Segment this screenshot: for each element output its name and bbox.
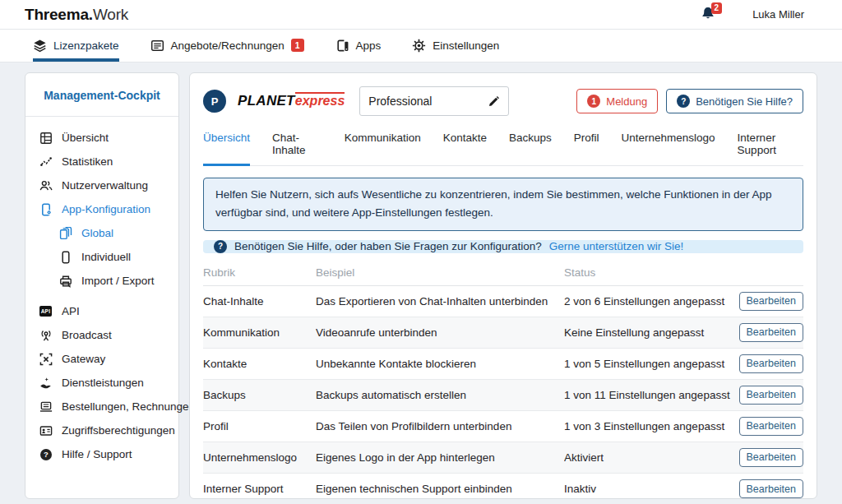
bearbeiten-button[interactable]: Bearbeiten xyxy=(739,292,803,311)
stats-icon xyxy=(39,155,53,169)
notification-badge: 2 xyxy=(711,2,723,14)
sidebar-item-zugriffsberechtigungen[interactable]: Zugriffsberechtigungen xyxy=(39,418,178,442)
phone-gear-icon xyxy=(39,202,53,216)
grid-icon xyxy=(39,131,53,145)
user-menu[interactable]: Luka Miller xyxy=(752,8,817,21)
section-tabs: ÜbersichtChat-InhalteKommunikationKontak… xyxy=(203,126,803,166)
bearbeiten-button[interactable]: Bearbeiten xyxy=(739,354,803,373)
bearbeiten-button[interactable]: Bearbeiten xyxy=(739,323,803,342)
meldung-count-icon: 1 xyxy=(587,95,600,108)
tab-übersicht[interactable]: Übersicht xyxy=(203,126,250,166)
sidebar-item-nutzerverwaltung[interactable]: Nutzerverwaltung xyxy=(39,173,178,197)
brand-bold: Threema. xyxy=(25,6,93,23)
laptop-icon xyxy=(39,400,53,414)
sidebar-list: Übersicht Statistiken Nutzerverwaltung A… xyxy=(25,117,178,466)
copies-icon xyxy=(58,226,72,240)
table-row: Kontakte Unbekannte Kontakte blockieren … xyxy=(203,349,803,380)
question-icon: ? xyxy=(214,240,227,253)
company-avatar: P xyxy=(203,90,226,113)
services-icon xyxy=(39,376,53,390)
sidebar-item-dienstleistungen[interactable]: Dienstleistungen xyxy=(39,371,178,395)
brand-light: Work xyxy=(93,6,128,23)
table-row: Backups Backups automatisch erstellen 1 … xyxy=(203,380,803,411)
bearbeiten-button[interactable]: Bearbeiten xyxy=(739,479,803,498)
table-row: Kommunikation Videoanrufe unterbinden Ke… xyxy=(203,317,803,349)
main-content: P PLANETexpress Professional 1 Meldung ?… xyxy=(189,72,817,499)
tab-unternehmenslogo[interactable]: Unternehmenslogo xyxy=(622,126,715,166)
plan-name-field[interactable]: Professional xyxy=(359,86,509,116)
help-strip: ? Benötigen Sie Hilfe, oder haben Sie Fr… xyxy=(203,240,803,253)
company-header: P PLANETexpress Professional 1 Meldung ?… xyxy=(203,86,803,116)
col-beispiel: Beispiel xyxy=(316,266,564,279)
sidebar-item-hilfe-support[interactable]: ? Hilfe / Support xyxy=(39,442,178,466)
sidebar-item-gateway[interactable]: Gateway xyxy=(39,347,178,371)
tab-interner-support[interactable]: Interner Support xyxy=(738,126,803,166)
devices-icon xyxy=(335,39,349,53)
tab-backups[interactable]: Backups xyxy=(509,126,552,166)
edit-pencil-icon[interactable] xyxy=(488,95,500,108)
sidebar-item-broadcast[interactable]: Broadcast xyxy=(39,323,178,347)
layers-icon xyxy=(33,39,47,53)
sidebar-item-app-konfiguration[interactable]: App-Konfiguration xyxy=(39,197,178,221)
page-body: Management-Cockpit Übersicht Statistiken… xyxy=(0,62,842,499)
broadcast-icon xyxy=(39,328,53,342)
need-help-button[interactable]: ? Benötigen Sie Hilfe? xyxy=(666,89,803,113)
sidebar: Management-Cockpit Übersicht Statistiken… xyxy=(25,72,179,499)
sidebar-title[interactable]: Management-Cockpit xyxy=(25,73,178,117)
main-nav: Lizenzpakete Angebote/Rechnungen 1 Apps … xyxy=(0,30,842,62)
idcard-icon xyxy=(39,423,53,437)
tab-kommunikation[interactable]: Kommunikation xyxy=(345,126,421,166)
info-box: Helfen Sie Nutzern, sich aufs Wesentlich… xyxy=(203,178,803,231)
sidebar-item-statistiken[interactable]: Statistiken xyxy=(39,150,178,173)
tab-profil[interactable]: Profil xyxy=(574,126,599,166)
gear-icon xyxy=(412,39,426,53)
nav-item-lizenzpakete[interactable]: Lizenzpakete xyxy=(33,30,119,62)
notifications-button[interactable]: 2 xyxy=(700,6,718,24)
sidebar-item-bestellungen-rechnungen[interactable]: Bestellungen, Rechnungen xyxy=(39,395,178,418)
bearbeiten-button[interactable]: Bearbeiten xyxy=(739,386,803,405)
plan-name-value: Professional xyxy=(368,95,432,108)
table-row: Profil Das Teilen von Profilbildern unte… xyxy=(203,411,803,442)
help-strip-text: Benötigen Sie Hilfe, oder haben Sie Frag… xyxy=(234,240,542,252)
sidebar-item-übersicht[interactable]: Übersicht xyxy=(39,126,178,150)
question-icon: ? xyxy=(677,95,690,108)
table-row: Chat-Inhalte Das Exportieren von Chat-In… xyxy=(203,286,803,317)
table-row: Unternehmenslogo Eigenes Logo in der App… xyxy=(203,442,803,474)
col-status: Status xyxy=(564,266,738,279)
svg-text:?: ? xyxy=(44,450,49,459)
nav-item-einstellungen[interactable]: Einstellungen xyxy=(412,30,499,62)
table-body: Chat-Inhalte Das Exportieren von Chat-In… xyxy=(203,286,803,504)
company-logo: PLANETexpress xyxy=(238,93,345,109)
bearbeiten-button[interactable]: Bearbeiten xyxy=(739,448,803,467)
nav-item-apps[interactable]: Apps xyxy=(335,30,382,62)
nav-item-angebote-rechnungen[interactable]: Angebote/Rechnungen 1 xyxy=(150,30,304,62)
col-rubrik: Rubrik xyxy=(203,266,316,279)
table-row: Interner Support Eigenen technischen Sup… xyxy=(203,474,803,504)
sidebar-item-individuell[interactable]: Individuell xyxy=(39,245,178,269)
tab-kontakte[interactable]: Kontakte xyxy=(443,126,487,166)
sidebar-item-api[interactable]: API API xyxy=(39,299,178,323)
table-header: Rubrik Beispiel Status xyxy=(203,260,803,286)
nav-badge: 1 xyxy=(291,39,304,53)
tab-chat-inhalte[interactable]: Chat-Inhalte xyxy=(272,126,322,166)
brand-logo[interactable]: Threema.Work xyxy=(25,6,128,24)
config-table: Rubrik Beispiel Status Chat-Inhalte Das … xyxy=(203,260,803,504)
gateway-icon xyxy=(39,352,53,366)
users-icon xyxy=(39,178,53,192)
sidebar-item-global[interactable]: Global xyxy=(39,221,178,245)
bearbeiten-button[interactable]: Bearbeiten xyxy=(739,417,803,436)
phone-icon xyxy=(58,250,72,264)
sidebar-item-import-export[interactable]: Import / Export xyxy=(39,269,178,293)
help-filled-icon: ? xyxy=(39,447,53,461)
help-strip-link[interactable]: Gerne unterstützen wir Sie! xyxy=(549,240,684,252)
meldung-button[interactable]: 1 Meldung xyxy=(576,89,658,113)
invoice-icon xyxy=(150,39,164,53)
printer-icon xyxy=(58,274,72,288)
api-icon: API xyxy=(39,304,53,318)
top-header: Threema.Work 2 Luka Miller xyxy=(0,0,842,30)
